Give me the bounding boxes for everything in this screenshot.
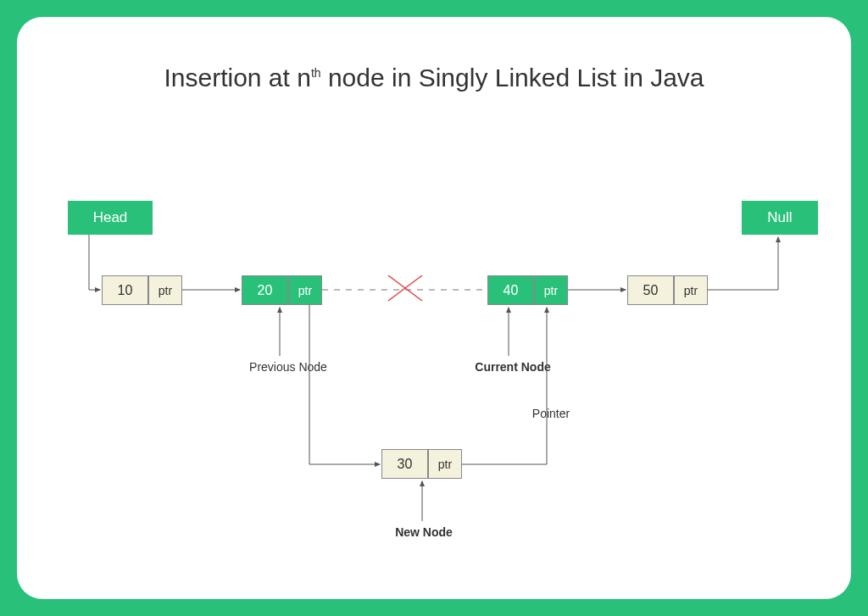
diagram-canvas: Insertion at nth node in Singly Linked L… — [17, 17, 851, 599]
node-50-value: 50 — [627, 275, 674, 305]
node-10: 10 ptr — [102, 275, 182, 305]
arrows-layer — [17, 17, 851, 599]
arrow-50-to-null — [708, 237, 778, 290]
null-box: Null — [742, 201, 818, 235]
node-40-ptr: ptr — [534, 275, 568, 305]
svg-line-0 — [388, 275, 422, 301]
svg-line-1 — [388, 275, 422, 301]
broken-link-x-icon — [388, 275, 422, 301]
head-box: Head — [68, 201, 153, 235]
title-prefix: Insertion at n — [164, 64, 310, 92]
new-node-label: New Node — [381, 525, 466, 539]
node-20: 20 ptr — [242, 275, 322, 305]
diagram-title: Insertion at nth node in Singly Linked L… — [17, 64, 851, 92]
arrow-new-to-40 — [462, 308, 547, 464]
node-40-value: 40 — [487, 275, 534, 305]
null-label: Null — [767, 209, 792, 226]
node-new-ptr: ptr — [428, 449, 462, 479]
title-suffix: node in Singly Linked List in Java — [321, 64, 704, 92]
pointer-label: Pointer — [521, 407, 581, 420]
node-new: 30 ptr — [381, 449, 462, 479]
arrow-20-to-new — [309, 305, 380, 464]
node-40: 40 ptr — [487, 275, 568, 305]
node-50: 50 ptr — [627, 275, 708, 305]
node-10-value: 10 — [102, 275, 148, 305]
node-new-value: 30 — [381, 449, 428, 479]
title-th: th — [311, 66, 321, 80]
previous-node-label: Previous Node — [237, 360, 339, 374]
node-50-ptr: ptr — [674, 275, 708, 305]
head-label: Head — [93, 209, 128, 226]
node-20-value: 20 — [242, 275, 288, 305]
arrow-head-to-10 — [89, 235, 100, 290]
current-node-label: Current Node — [466, 360, 559, 374]
node-20-ptr: ptr — [288, 275, 322, 305]
node-10-ptr: ptr — [148, 275, 182, 305]
